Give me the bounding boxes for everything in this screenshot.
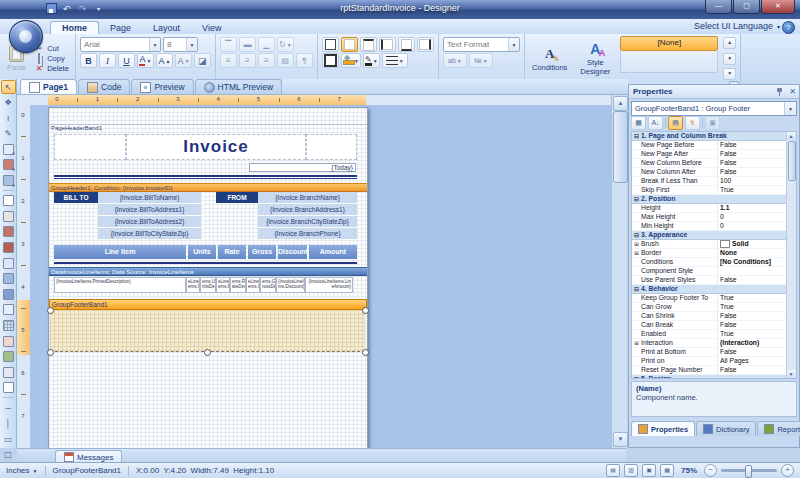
alphabetical-sort-icon[interactable]: A↓ <box>648 116 663 130</box>
gallery-down-icon[interactable]: ▼ <box>723 53 736 65</box>
collapse-icon[interactable]: ⊟ <box>632 285 641 293</box>
column-header-units[interactable]: Units <box>188 245 216 259</box>
property-value[interactable]: True <box>718 330 787 338</box>
branch-name-cell[interactable]: {Invoice.BranchName} <box>258 192 357 203</box>
footer-band-icon[interactable] <box>1 287 16 301</box>
property-value[interactable]: False <box>718 276 787 284</box>
italic-button[interactable]: I <box>99 53 116 68</box>
word-wrap-button[interactable]: ¶ <box>296 53 313 68</box>
data-cell[interactable]: ems.GrossDe <box>260 277 276 293</box>
align-top-button[interactable]: ▔ <box>220 37 237 52</box>
font-family-combo[interactable]: Arial▼ <box>80 37 161 52</box>
expand-icon[interactable]: ⊞ <box>632 240 641 248</box>
scroll-down-icon[interactable]: ▼ <box>787 370 795 378</box>
properties-scrollbar[interactable]: ▲ ▼ <box>786 132 796 378</box>
vertical-line-shape-icon[interactable]: │ <box>1 417 16 431</box>
property-value[interactable] <box>718 267 787 275</box>
expand-icon[interactable]: ⊞ <box>632 339 641 347</box>
property-value[interactable]: All Pages <box>718 357 787 365</box>
scroll-up-icon[interactable]: ▲ <box>613 96 628 111</box>
today-cell[interactable]: {Today} <box>249 163 356 172</box>
ribbon-tab-home[interactable]: Home <box>50 21 99 34</box>
branch-row-cell[interactable]: {Invoice.BranchAddress1} <box>258 204 357 215</box>
column-header-gross[interactable]: Gross <box>248 245 276 259</box>
bill-to-row-cell[interactable]: {Invoice.BillToCityStateZip} <box>98 228 201 239</box>
data-band-icon[interactable] <box>1 272 16 286</box>
group-footer-band-area[interactable] <box>50 310 365 352</box>
report-title-band-icon[interactable] <box>1 225 16 239</box>
column-header-amount[interactable]: Amount <box>309 245 357 259</box>
text-component-icon[interactable] <box>1 194 16 208</box>
property-category[interactable]: ⊟3. Appearance <box>632 231 787 240</box>
data-cell[interactable]: {InvoiceLineItems.LineAmount} <box>305 277 353 293</box>
property-value[interactable]: False <box>718 168 787 176</box>
header-cell-right[interactable] <box>306 134 357 160</box>
branch-row-cell[interactable]: {Invoice.BranchPhone} <box>258 228 357 239</box>
collapse-icon[interactable]: ⊟ <box>632 195 641 203</box>
property-value[interactable]: 1.1 <box>718 204 787 212</box>
property-category[interactable]: ⊟5. Design <box>632 375 787 379</box>
delete-button[interactable]: ✕Delete <box>32 64 71 73</box>
scroll-thumb[interactable] <box>613 111 628 183</box>
doc-tab-preview[interactable]: Preview <box>131 79 193 94</box>
property-value[interactable]: False <box>718 321 787 329</box>
copy-button[interactable]: Copy <box>32 54 71 63</box>
ribbon-tab-view[interactable]: View <box>191 22 232 34</box>
select-ui-language[interactable]: Select UI Language ▾ <box>694 21 780 31</box>
align-left-button[interactable]: ≡ <box>220 53 237 68</box>
bill-to-header-cell[interactable]: BILL TO <box>54 192 98 203</box>
selection-handle[interactable] <box>362 349 369 356</box>
selection-handle[interactable] <box>204 349 211 356</box>
data-cell[interactable]: eLineItems.R <box>216 277 230 293</box>
invoice-title-cell[interactable]: Invoice <box>126 134 306 160</box>
help-icon[interactable]: ? <box>782 21 795 34</box>
format-presets-button[interactable]: ab▼ <box>443 53 467 68</box>
ribbon-tab-page[interactable]: Page <box>99 22 142 34</box>
text-rotation-button[interactable]: ↻▼ <box>277 37 294 52</box>
scroll-up-icon[interactable]: ▲ <box>787 132 795 140</box>
text-in-cells-component-icon[interactable] <box>1 209 16 223</box>
property-value[interactable]: None <box>718 249 787 257</box>
align-right-button[interactable]: ≡ <box>258 53 275 68</box>
selection-handle[interactable] <box>362 307 369 314</box>
property-value[interactable]: False <box>718 348 787 356</box>
column-header-line-item[interactable]: Line Item <box>54 245 186 259</box>
border-outer-button[interactable] <box>322 53 339 68</box>
border-none-button[interactable] <box>341 37 358 52</box>
collapse-icon[interactable]: ⊟ <box>632 231 641 239</box>
property-value[interactable]: (Interaction) <box>718 339 787 347</box>
bands-dropdown-icon[interactable]: ▼ <box>1 158 16 172</box>
cross-tab-component-icon[interactable] <box>1 334 16 348</box>
border-right-button[interactable] <box>417 37 434 52</box>
property-value[interactable]: False <box>718 150 787 158</box>
units-selector[interactable]: Inches ▼ <box>6 466 38 475</box>
border-left-button[interactable] <box>379 37 396 52</box>
header-band-icon[interactable] <box>1 256 16 270</box>
data-band[interactable]: DataInvoiceLineItems; Data Source: Invoi… <box>49 267 367 276</box>
header-divider-line[interactable] <box>54 175 357 179</box>
border-bottom-button[interactable] <box>398 37 415 52</box>
data-cell[interactable]: {InvoiceLineItems.Discount} <box>276 277 305 293</box>
property-value[interactable]: False <box>718 141 787 149</box>
panel-tab-dictionary[interactable]: Dictionary <box>696 421 756 436</box>
bill-to-row-cell[interactable]: {Invoice.BillToAddress2} <box>98 216 201 227</box>
property-value[interactable]: [No Conditions] <box>718 258 787 266</box>
bold-button[interactable]: B <box>80 53 97 68</box>
font-size-combo[interactable]: 8▼ <box>163 37 198 52</box>
header-cell-left[interactable] <box>54 134 126 160</box>
grow-font-button[interactable]: A▲ <box>156 53 173 68</box>
property-category[interactable]: ⊟2. Position <box>632 195 787 204</box>
text-cursor-tool-icon[interactable]: I <box>1 111 16 125</box>
barcode-component-icon[interactable] <box>1 365 16 379</box>
clear-format-button[interactable]: ◪ <box>194 53 211 68</box>
property-value[interactable]: True <box>718 294 787 302</box>
hand-tool-icon[interactable]: ❖ <box>1 96 16 110</box>
column-header-discount[interactable]: Discount <box>278 245 307 259</box>
rectangle-shape-icon[interactable]: ▭ <box>1 432 16 446</box>
components-dropdown-icon[interactable]: ▼ <box>1 174 16 188</box>
underline-button[interactable]: U <box>118 53 135 68</box>
bill-to-row-cell[interactable]: {Invoice.BillToAddress1} <box>98 204 201 215</box>
image-component-icon[interactable] <box>1 350 16 364</box>
property-value[interactable]: True <box>718 186 787 194</box>
border-top-button[interactable] <box>360 37 377 52</box>
